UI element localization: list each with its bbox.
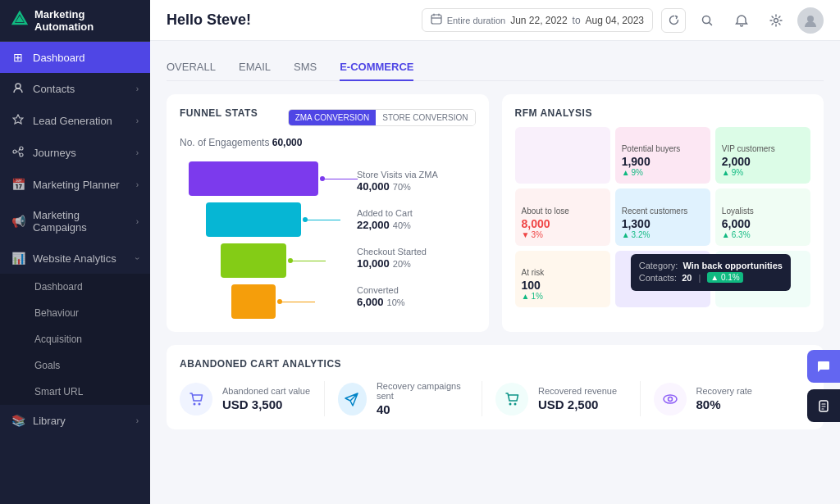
chevron-icon: ›: [136, 116, 139, 125]
abandoned-cart-value-info: Abandoned cart value USD 3,500: [222, 386, 310, 411]
rfm-cell-empty-1: [515, 127, 610, 184]
svg-point-11: [199, 402, 201, 405]
app-logo: Marketing Automation: [0, 0, 150, 42]
date-to: Aug 04, 2023: [586, 15, 644, 26]
sidebar-item-label: Marketing Campaigns: [33, 209, 128, 234]
cart-teal-icon: [495, 383, 528, 415]
sidebar-item-label: Library: [33, 415, 66, 427]
funnel-engagement-count: No. of Engagements 60,000: [180, 137, 476, 148]
abandoned-cart-title: ABANDONED CART ANALYTICS: [180, 358, 810, 370]
zma-conversion-button[interactable]: ZMA CONVERSION: [289, 110, 377, 125]
svg-point-8: [774, 18, 778, 22]
tab-sms[interactable]: SMS: [294, 54, 317, 81]
sidebar-item-dashboard[interactable]: ⊞ Dashboard: [0, 42, 150, 73]
sidebar: Marketing Automation ⊞ Dashboard Contact…: [0, 0, 150, 504]
date-range-label: Entire duration: [447, 16, 506, 25]
sidebar-item-journeys[interactable]: Journeys ›: [0, 137, 150, 169]
recovery-rate-stat: Recovery rate 80%: [654, 381, 798, 416]
funnel-stat-visits: Store Visits via ZMA 40,00070%: [357, 170, 476, 193]
recovered-revenue-info: Recovered revenue USD 2,500: [538, 386, 617, 411]
abandoned-cart-stats: Abandoned cart value USD 3,500 Recovery …: [180, 381, 810, 416]
cart-icon: [180, 383, 212, 415]
svg-point-9: [807, 16, 814, 22]
rfm-cell-at-risk[interactable]: At risk 100 ▲ 1%: [515, 251, 610, 307]
search-button[interactable]: [694, 7, 720, 34]
sidebar-item-library[interactable]: 📚 Library ›: [0, 405, 150, 436]
sidebar-sub-item-smart-url[interactable]: Smart URL: [0, 379, 150, 405]
rfm-cell-loyalists[interactable]: Loyalists 6,000 ▲ 6.3%: [715, 188, 810, 245]
recovery-campaigns-stat: Recovery campaigns sent 40: [338, 381, 483, 416]
svg-point-10: [194, 402, 196, 405]
sidebar-sub-item-goals[interactable]: Goals: [0, 352, 150, 379]
funnel-visual: [180, 158, 327, 319]
sidebar-item-label: Journeys: [33, 147, 76, 159]
svg-point-15: [668, 397, 672, 401]
notifications-button[interactable]: [728, 7, 755, 34]
svg-point-5: [20, 153, 23, 157]
sidebar-item-lead-generation[interactable]: Lead Generation ›: [0, 105, 150, 137]
funnel-stat-checkout: Checkout Started 10,00020%: [357, 247, 476, 270]
refresh-button[interactable]: [661, 8, 686, 33]
tab-overall[interactable]: OVERALL: [167, 54, 216, 81]
sidebar-item-contacts[interactable]: Contacts ›: [0, 73, 150, 105]
eye-icon: [654, 383, 687, 415]
rfm-analysis-card: RFM ANALYSIS Potential buyers 1,900 ▲ 9%…: [502, 94, 824, 332]
analytics-icon: 📊: [11, 252, 25, 265]
rfm-cell-recent-customers[interactable]: Recent customers 1,300 ▲ 3.2%: [615, 188, 710, 245]
calendar-icon: [431, 13, 442, 27]
rfm-cell-vip-customers[interactable]: VIP customers 2,000 ▲ 9%: [715, 127, 810, 184]
app-name: Marketing Automation: [34, 8, 139, 33]
date-range-button[interactable]: Entire duration Jun 22, 2022 to Aug 04, …: [422, 8, 653, 32]
funnel-title: FUNNEL STATS: [180, 107, 258, 119]
svg-point-3: [13, 150, 16, 153]
svg-point-14: [664, 395, 677, 403]
chevron-icon: ›: [136, 416, 139, 425]
top-cards-row: FUNNEL STATS ZMA CONVERSION STORE CONVER…: [167, 94, 824, 332]
recovered-revenue-stat: Recovered revenue USD 2,500: [495, 381, 641, 416]
recovery-campaigns-info: Recovery campaigns sent 40: [377, 381, 468, 416]
journeys-icon: [11, 146, 25, 160]
planner-icon: 📅: [11, 178, 25, 191]
rfm-cell-potential-buyers[interactable]: Potential buyers 1,900 ▲ 9%: [615, 127, 710, 184]
sidebar-item-marketing-planner[interactable]: 📅 Marketing Planner ›: [0, 169, 150, 200]
funnel-stat-cart: Added to Cart 22,00040%: [357, 208, 476, 231]
abandoned-cart-value-stat: Abandoned cart value USD 3,500: [180, 381, 325, 416]
tab-email[interactable]: EMAIL: [239, 54, 271, 81]
chevron-icon: ›: [133, 257, 142, 259]
library-icon: 📚: [11, 414, 25, 427]
sidebar-item-website-analytics[interactable]: 📊 Website Analytics ›: [0, 243, 150, 274]
sidebar-sub-item-dashboard[interactable]: Dashboard: [0, 274, 150, 300]
dashboard-icon: ⊞: [11, 51, 25, 64]
settings-button[interactable]: [763, 7, 789, 34]
sidebar-sub-item-behaviour[interactable]: Behaviour: [0, 300, 150, 326]
svg-rect-6: [431, 15, 441, 24]
store-conversion-button[interactable]: STORE CONVERSION: [376, 110, 474, 125]
funnel-stats-card: FUNNEL STATS ZMA CONVERSION STORE CONVER…: [167, 94, 489, 332]
rfm-title: RFM ANALYSIS: [515, 107, 811, 119]
sidebar-item-label: Marketing Planner: [33, 179, 120, 191]
svg-point-12: [509, 402, 512, 405]
svg-point-13: [514, 402, 517, 405]
document-button[interactable]: [807, 389, 840, 422]
paper-plane-icon: [338, 383, 367, 415]
avatar[interactable]: [797, 7, 824, 34]
sidebar-item-label: Contacts: [33, 83, 75, 95]
chevron-icon: ›: [136, 180, 139, 189]
tab-ecommerce[interactable]: E-COMMERCE: [340, 54, 413, 81]
chevron-icon: ›: [136, 148, 139, 157]
svg-point-4: [20, 147, 23, 150]
date-to-label: to: [573, 15, 581, 26]
rfm-grid-container: Potential buyers 1,900 ▲ 9% VIP customer…: [515, 127, 811, 307]
funnel-header: FUNNEL STATS ZMA CONVERSION STORE CONVER…: [180, 107, 476, 127]
funnel-content: Store Visits via ZMA 40,00070% Added to …: [180, 158, 476, 319]
sidebar-item-marketing-campaigns[interactable]: 📢 Marketing Campaigns ›: [0, 200, 150, 243]
chat-button[interactable]: [807, 350, 840, 383]
sidebar-sub-item-acquisition[interactable]: Acquisition: [0, 326, 150, 352]
campaigns-icon: 📢: [11, 215, 25, 228]
lead-gen-icon: [11, 114, 25, 128]
rfm-cell-win-back[interactable]: Category: Win back opportunities Contact…: [615, 251, 710, 307]
rfm-cell-about-to-lose[interactable]: About to lose 8,000 ▼ 3%: [515, 188, 610, 245]
topbar-right: Entire duration Jun 22, 2022 to Aug 04, …: [422, 7, 824, 34]
rfm-tooltip-change-badge: ▲ 0.1%: [707, 272, 742, 283]
website-analytics-submenu: Dashboard Behaviour Acquisition Goals Sm…: [0, 274, 150, 405]
